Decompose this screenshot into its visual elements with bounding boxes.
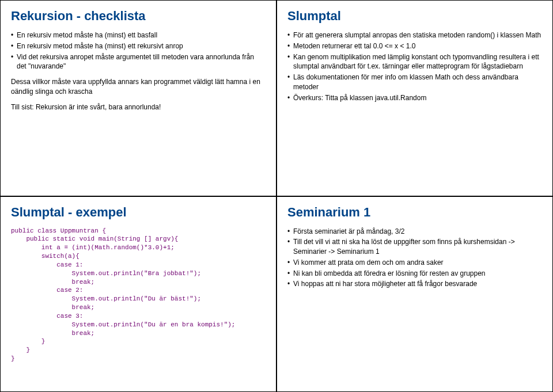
- bullet-item: Kan genom multiplikation med lämplig kon…: [287, 52, 542, 72]
- slide-grid: Rekursion - checklista En rekursiv metod…: [0, 0, 553, 392]
- slide-slumptal: Slumptal För att generera slumptal anrop…: [276, 0, 553, 196]
- bullet-item: Vid det rekursiva anropet måste argument…: [11, 52, 266, 72]
- paragraph: Till sist: Rekursion är inte svårt, bara…: [11, 102, 266, 112]
- bullet-item: Vi kommer att prata om dem och om andra …: [287, 258, 542, 268]
- slide-seminarium-1: Seminarium 1 Första seminariet är på mån…: [276, 196, 553, 393]
- slide-title: Seminarium 1: [287, 205, 542, 220]
- bullet-item: Vi hoppas att ni har stora möjligheter a…: [287, 279, 542, 289]
- bullet-item: För att generera slumptal anropas den st…: [287, 31, 542, 40]
- slide-title: Slumptal: [287, 9, 542, 24]
- bullet-item: Metoden returnerar ett tal 0.0 <= x < 1.…: [287, 41, 542, 51]
- bullet-list: För att generera slumptal anropas den st…: [287, 31, 542, 103]
- bullet-list: En rekursiv metod måste ha (minst) ett b…: [11, 31, 266, 71]
- code-block: public class Uppmuntran { public static …: [11, 227, 266, 364]
- bullet-item: En rekursiv metod måste ha (minst) ett r…: [11, 41, 266, 51]
- slide-title: Rekursion - checklista: [11, 9, 266, 24]
- bullet-item: Första seminariet är på måndag, 3/2: [287, 227, 542, 237]
- bullet-item: Överkurs: Titta på klassen java.util.Ran…: [287, 93, 542, 103]
- bullet-list: Första seminariet är på måndag, 3/2 Till…: [287, 227, 542, 290]
- bullet-item: Läs dokumentationen för mer info om klas…: [287, 73, 542, 92]
- bullet-item: En rekursiv metod måste ha (minst) ett b…: [11, 31, 266, 40]
- bullet-item: Ni kan bli ombedda att föredra er lösnin…: [287, 269, 542, 279]
- slide-rekursion-checklista: Rekursion - checklista En rekursiv metod…: [0, 0, 276, 196]
- slide-title: Slumptal - exempel: [11, 205, 266, 220]
- paragraph: Dessa villkor måste vara uppfyllda annar…: [11, 77, 266, 97]
- bullet-item: Till det vill vi att ni ska ha löst de u…: [287, 237, 542, 257]
- slide-slumptal-exempel: Slumptal - exempel public class Uppmuntr…: [0, 196, 276, 393]
